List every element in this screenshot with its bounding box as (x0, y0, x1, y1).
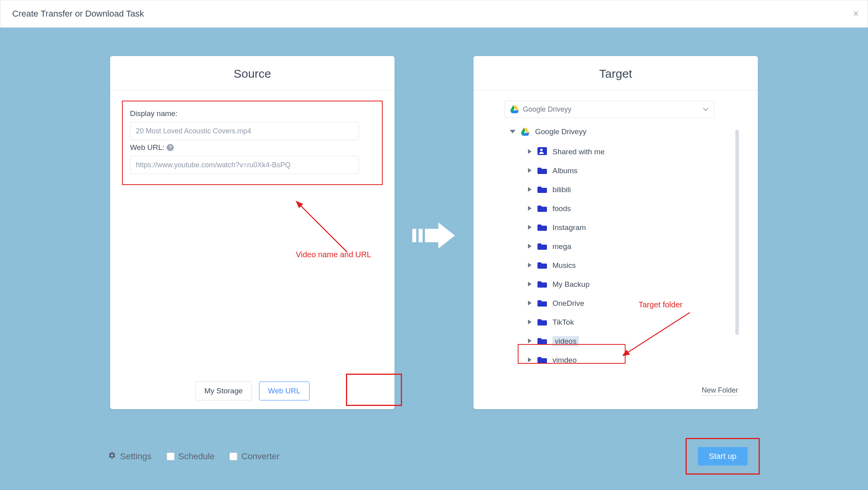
tab-my-storage[interactable]: My Storage (195, 382, 252, 400)
caret-right-icon (528, 149, 532, 155)
svg-marker-25 (528, 263, 532, 267)
svg-marker-31 (528, 320, 532, 324)
google-drive-icon (510, 105, 519, 113)
caret-right-icon (528, 225, 532, 231)
svg-rect-16 (537, 169, 547, 174)
shared-with-me-icon (537, 147, 547, 157)
tree-node[interactable]: OneDrive (510, 294, 731, 313)
tab-web-url[interactable]: Web URL (259, 382, 310, 400)
settings-label: Settings (120, 451, 152, 462)
folder-icon (537, 242, 547, 252)
help-icon[interactable]: ? (167, 144, 174, 151)
display-name-input[interactable]: 20 Most Loved Acoustic Covers.mp4 (130, 122, 359, 140)
svg-rect-18 (537, 188, 547, 193)
tree-node-label: Shared with me (552, 148, 605, 156)
tree-node[interactable]: Instagram (510, 218, 731, 237)
display-name-value: 20 Most Loved Acoustic Covers.mp4 (136, 127, 251, 135)
tree-node[interactable]: Shared with me (510, 142, 731, 161)
drive-select[interactable]: Google Driveyy (504, 101, 714, 118)
svg-rect-28 (537, 283, 547, 288)
tree-node[interactable]: mega (510, 237, 731, 256)
caret-right-icon (528, 301, 532, 307)
tree-root-label: Google Driveyy (535, 127, 586, 136)
converter-checkbox[interactable] (229, 453, 237, 460)
tree-node-label: Albums (552, 166, 577, 175)
tree-root[interactable]: Google Driveyy (510, 127, 731, 136)
web-url-input[interactable]: https://www.youtube.com/watch?v=ru0Xk4-B… (130, 156, 359, 174)
svg-rect-30 (537, 302, 547, 307)
chevron-down-icon (703, 106, 708, 112)
svg-marker-33 (528, 339, 532, 343)
svg-rect-20 (537, 207, 547, 212)
transfer-arrow-icon (412, 222, 456, 251)
svg-marker-8 (510, 130, 515, 133)
settings-button[interactable]: Settings (108, 451, 152, 462)
target-panel: Target Google Driveyy (473, 56, 758, 409)
svg-marker-21 (528, 225, 532, 230)
caret-right-icon (528, 263, 532, 269)
svg-marker-27 (528, 282, 532, 286)
svg-rect-22 (537, 226, 547, 231)
svg-rect-2 (419, 229, 423, 242)
folder-icon (537, 337, 547, 346)
folder-icon (537, 223, 547, 233)
drive-select-value: Google Driveyy (523, 105, 571, 114)
tree-node[interactable]: Musics (510, 256, 731, 275)
target-title: Target (473, 56, 758, 90)
start-up-button[interactable]: Start up (698, 447, 748, 466)
schedule-option[interactable]: Schedule (167, 451, 215, 462)
schedule-checkbox[interactable] (167, 453, 175, 460)
close-icon[interactable]: × (853, 7, 859, 20)
svg-line-0 (300, 205, 347, 252)
svg-rect-1 (412, 229, 416, 242)
annotation-arrow-icon (623, 310, 702, 367)
tree-node-label: Musics (552, 261, 576, 270)
svg-marker-17 (528, 187, 532, 192)
source-annotation: Video name and URL (296, 250, 371, 259)
caret-right-icon (528, 206, 532, 212)
tree-node-label: TikTok (552, 318, 574, 327)
folder-icon (537, 261, 547, 271)
folder-icon (537, 166, 547, 176)
tree-node-label: videos (552, 336, 579, 346)
schedule-label: Schedule (178, 451, 215, 462)
source-title: Source (110, 56, 395, 90)
caret-right-icon (528, 320, 532, 325)
svg-point-14 (540, 149, 543, 151)
svg-marker-35 (528, 357, 532, 362)
svg-marker-29 (528, 301, 532, 305)
folder-icon (537, 318, 547, 327)
caret-right-icon (528, 339, 532, 344)
caret-right-icon (528, 187, 532, 193)
caret-right-icon (528, 244, 532, 250)
startup-highlight-box: Start up (686, 438, 760, 475)
tree-node-label: OneDrive (552, 299, 584, 308)
svg-rect-32 (537, 321, 547, 325)
converter-option[interactable]: Converter (229, 451, 280, 462)
svg-rect-36 (537, 359, 547, 363)
tree-node-label: foods (552, 204, 571, 213)
tree-node[interactable]: foods (510, 199, 731, 218)
footer: Settings Schedule Converter Start up (108, 438, 760, 475)
web-url-label: Web URL: ? (130, 143, 375, 152)
tree-node[interactable]: bilibili (510, 180, 731, 199)
svg-marker-23 (528, 244, 532, 249)
tree-node-label: My Backup (552, 280, 590, 289)
gear-icon (108, 451, 116, 462)
tree-node[interactable]: My Backup (510, 275, 731, 294)
caret-right-icon (528, 168, 532, 174)
new-folder-button[interactable]: New Folder (702, 386, 738, 396)
annotation-arrow-icon (296, 201, 375, 257)
source-highlight-box: Display name: 20 Most Loved Acoustic Cov… (122, 101, 383, 185)
source-tabs: My Storage Web URL (110, 382, 395, 400)
folder-icon (537, 355, 547, 365)
caret-right-icon (528, 357, 532, 363)
svg-marker-12 (528, 149, 532, 154)
tree-node[interactable]: Albums (510, 161, 731, 180)
scrollbar[interactable] (735, 130, 739, 335)
tree-node-label: bilibili (552, 185, 571, 194)
caret-right-icon (528, 282, 532, 288)
dialog-title: Create Transfer or Download Task (12, 9, 144, 19)
display-name-label: Display name: (130, 109, 375, 118)
tree-node-label: mega (552, 242, 571, 251)
